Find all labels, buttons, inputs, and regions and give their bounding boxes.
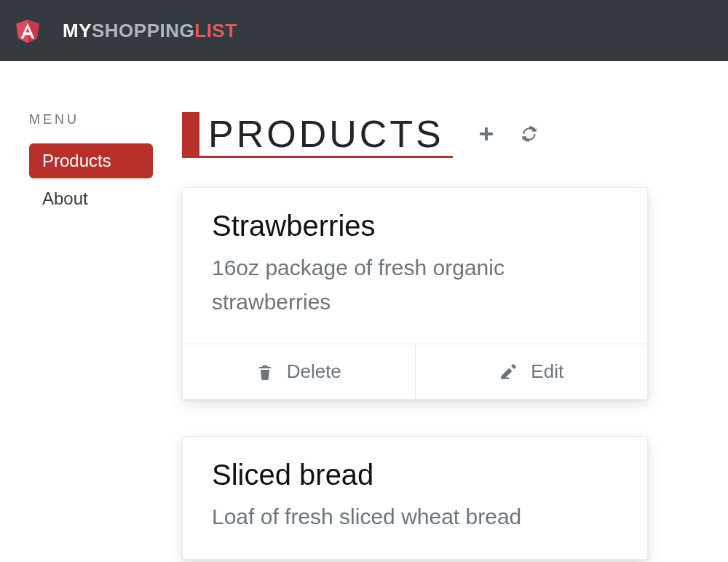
sidebar-item-about[interactable]: About — [29, 181, 153, 216]
product-card-body: Strawberries 16oz package of fresh organ… — [183, 188, 647, 344]
refresh-icon — [520, 124, 539, 143]
topbar: MYSHOPPINGLIST — [0, 0, 728, 61]
page-title-wrap: PRODUCTS — [182, 112, 453, 158]
edit-icon — [499, 363, 518, 381]
edit-label: Edit — [531, 360, 563, 383]
product-card: Sliced bread Loaf of fresh sliced wheat … — [182, 436, 648, 560]
main-content: PRODUCTS Strawberries 16oz package of fr… — [182, 112, 699, 562]
menu-heading: MENU — [29, 112, 153, 127]
product-card: Strawberries 16oz package of fresh organ… — [182, 187, 648, 400]
brand-part-3: LIST — [194, 20, 237, 41]
angular-logo-icon — [15, 16, 41, 45]
sidebar-item-label: Products — [42, 151, 111, 170]
sidebar-nav: Products About — [29, 143, 153, 216]
brand-title: MYSHOPPINGLIST — [63, 20, 237, 42]
plus-icon — [478, 125, 495, 143]
product-description: Loaf of fresh sliced wheat bread — [212, 500, 618, 534]
brand-part-1: MY — [63, 20, 92, 41]
product-card-body: Sliced bread Loaf of fresh sliced wheat … — [183, 437, 647, 559]
brand-part-2: SHOPPING — [92, 20, 194, 41]
refresh-button[interactable] — [520, 124, 539, 146]
edit-button[interactable]: Edit — [415, 344, 648, 399]
sidebar-item-products[interactable]: Products — [29, 143, 153, 178]
add-product-button[interactable] — [478, 125, 495, 146]
product-name: Strawberries — [212, 210, 618, 242]
trash-icon — [256, 363, 274, 381]
product-description: 16oz package of fresh organic strawberri… — [212, 251, 618, 319]
sidebar: MENU Products About — [29, 112, 153, 562]
product-card-actions: Delete Edit — [183, 344, 647, 399]
page-header: PRODUCTS — [182, 112, 699, 158]
delete-button[interactable]: Delete — [183, 344, 415, 399]
svg-rect-3 — [480, 132, 493, 135]
product-name: Sliced bread — [212, 459, 618, 491]
title-accent-bar — [182, 112, 199, 158]
sidebar-item-label: About — [42, 189, 88, 208]
page-title: PRODUCTS — [199, 112, 453, 158]
delete-label: Delete — [287, 360, 341, 383]
